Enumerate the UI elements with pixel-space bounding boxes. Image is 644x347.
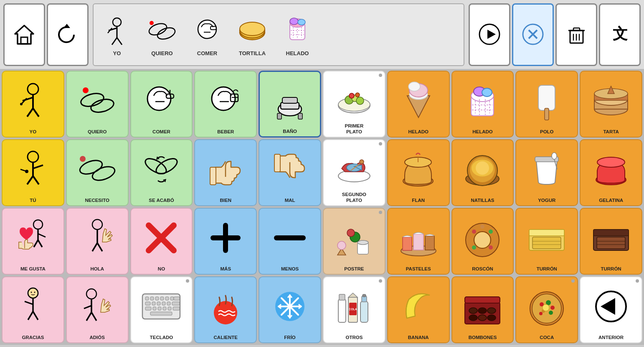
- svg-point-67: [349, 93, 354, 98]
- cell-segundo-plato[interactable]: SEGUNDO PLATO: [323, 139, 385, 206]
- play-button[interactable]: [469, 3, 510, 66]
- cell-roscon[interactable]: ROSCÓN: [451, 208, 514, 275]
- cell-label-pasteles: PASTELES: [406, 266, 431, 272]
- sentence-item-quiero[interactable]: QUIERO: [141, 13, 183, 56]
- cell-bano[interactable]: BAÑO: [259, 71, 321, 138]
- cell-frio[interactable]: FRÍO: [259, 276, 321, 343]
- cell-bien[interactable]: BIEN: [194, 139, 257, 206]
- cell-helado-cone[interactable]: HELADO: [387, 71, 450, 138]
- cell-label-me-gusta: ME GUSTA: [20, 266, 46, 272]
- cell-menos[interactable]: MENOS: [259, 208, 321, 275]
- cell-bombones[interactable]: BOMBONES: [451, 276, 514, 343]
- cell-coca[interactable]: COCA: [515, 276, 578, 343]
- svg-point-138: [337, 241, 346, 250]
- svg-rect-162: [597, 237, 625, 249]
- cell-label-tarta: TARTA: [603, 129, 619, 135]
- cell-label-se-acabo: SE ACABÓ: [149, 198, 174, 204]
- svg-rect-184: [170, 297, 174, 300]
- cell-yo[interactable]: YO: [2, 71, 64, 138]
- svg-line-8: [108, 28, 112, 33]
- svg-marker-2: [63, 24, 70, 28]
- cell-pasteles[interactable]: PASTELES: [387, 208, 450, 275]
- svg-point-39: [28, 84, 38, 94]
- back-button[interactable]: [47, 3, 89, 66]
- cell-necesito[interactable]: NECESITO: [66, 139, 129, 206]
- home-button[interactable]: [3, 3, 45, 66]
- svg-line-168: [28, 311, 33, 320]
- sentence-item-comer[interactable]: COMER: [186, 13, 228, 56]
- top-bar: YO QUIERO COMER: [0, 0, 644, 69]
- translate-button[interactable]: 文: [599, 3, 641, 66]
- svg-rect-34: [573, 28, 580, 31]
- cell-label-beber: BEBER: [217, 129, 234, 135]
- cell-quiero[interactable]: QUIERO: [66, 71, 129, 138]
- cell-tarta[interactable]: TARTA: [580, 71, 642, 138]
- svg-point-152: [472, 245, 476, 250]
- cell-caliente[interactable]: CALIENTE: [194, 276, 257, 343]
- svg-rect-183: [165, 297, 169, 300]
- cell-flan[interactable]: FLAN: [387, 139, 450, 206]
- cell-beber[interactable]: BEBER: [194, 71, 257, 138]
- svg-rect-105: [274, 154, 280, 172]
- svg-point-122: [597, 157, 625, 167]
- cell-natillas[interactable]: NATILLAS: [451, 139, 514, 206]
- sentence-item-helado[interactable]: HELADO: [276, 13, 318, 56]
- svg-line-92: [33, 165, 43, 168]
- cell-yogur[interactable]: YOGUR: [515, 139, 578, 206]
- cell-helado-cup[interactable]: HELADO: [451, 71, 514, 138]
- svg-point-109: [360, 160, 364, 164]
- cell-hola[interactable]: HOLA: [66, 208, 129, 275]
- cell-mas[interactable]: MÁS: [194, 208, 257, 275]
- cell-se-acabo[interactable]: SE ACABÓ: [130, 139, 193, 206]
- cell-postre[interactable]: POSTRE: [323, 208, 385, 275]
- svg-rect-198: [150, 312, 172, 315]
- cell-label-caliente: CALIENTE: [214, 335, 238, 341]
- svg-point-224: [469, 308, 477, 314]
- sentence-item-tortilla[interactable]: TORTILLA: [231, 13, 273, 56]
- svg-point-170: [28, 288, 38, 298]
- svg-rect-157: [532, 237, 561, 249]
- cell-adios[interactable]: ADIÓS: [66, 276, 129, 343]
- cell-polo[interactable]: POLO: [515, 71, 578, 138]
- cell-no[interactable]: NO: [130, 208, 193, 275]
- cell-label-teclado: TECLADO: [150, 335, 173, 341]
- sentence-bar: YO QUIERO COMER: [93, 3, 464, 66]
- cell-mal[interactable]: MAL: [259, 139, 321, 206]
- cell-anterior[interactable]: ANTERIOR: [580, 276, 642, 343]
- svg-rect-196: [168, 307, 171, 310]
- cell-otros[interactable]: COLA OTROS: [323, 276, 385, 343]
- svg-rect-161: [593, 230, 629, 236]
- cell-label-turron2: TURRÓN: [601, 266, 621, 272]
- svg-line-42: [27, 108, 33, 117]
- svg-point-151: [489, 245, 493, 250]
- cell-teclado[interactable]: TECLADO: [130, 276, 193, 343]
- cell-gelatina[interactable]: GELATINA: [580, 139, 642, 206]
- svg-marker-216: [348, 293, 357, 297]
- svg-point-98: [91, 164, 117, 183]
- sentence-item-yo[interactable]: YO: [96, 13, 138, 56]
- cell-label-gelatina: GELATINA: [599, 198, 623, 204]
- cell-turron1[interactable]: TURRÓN: [515, 208, 578, 275]
- svg-point-173: [86, 289, 96, 299]
- trash-button[interactable]: [555, 3, 597, 66]
- svg-point-227: [469, 315, 477, 321]
- cell-label-necesito: NECESITO: [85, 198, 109, 204]
- cell-gracias[interactable]: GRACIAS: [2, 276, 64, 343]
- svg-line-130: [92, 243, 97, 251]
- cell-me-gusta[interactable]: ME GUSTA: [2, 208, 64, 275]
- svg-rect-180: [150, 297, 154, 300]
- cell-banana[interactable]: BANANA: [387, 276, 450, 343]
- delete-button[interactable]: [512, 3, 554, 66]
- cell-primer-plato[interactable]: PRIMER PLATO: [323, 71, 385, 138]
- cell-label-postre: POSTRE: [344, 266, 364, 272]
- svg-point-11: [150, 21, 154, 25]
- cell-comer[interactable]: COMER: [130, 71, 193, 138]
- top-right-controls: 文: [469, 3, 641, 66]
- svg-rect-59: [282, 97, 297, 103]
- svg-point-236: [549, 311, 553, 315]
- svg-rect-1: [21, 37, 28, 44]
- svg-rect-187: [152, 302, 155, 305]
- cell-tu[interactable]: TÚ: [2, 139, 64, 206]
- cell-turron2[interactable]: TURRÓN: [580, 208, 642, 275]
- svg-line-169: [33, 311, 38, 320]
